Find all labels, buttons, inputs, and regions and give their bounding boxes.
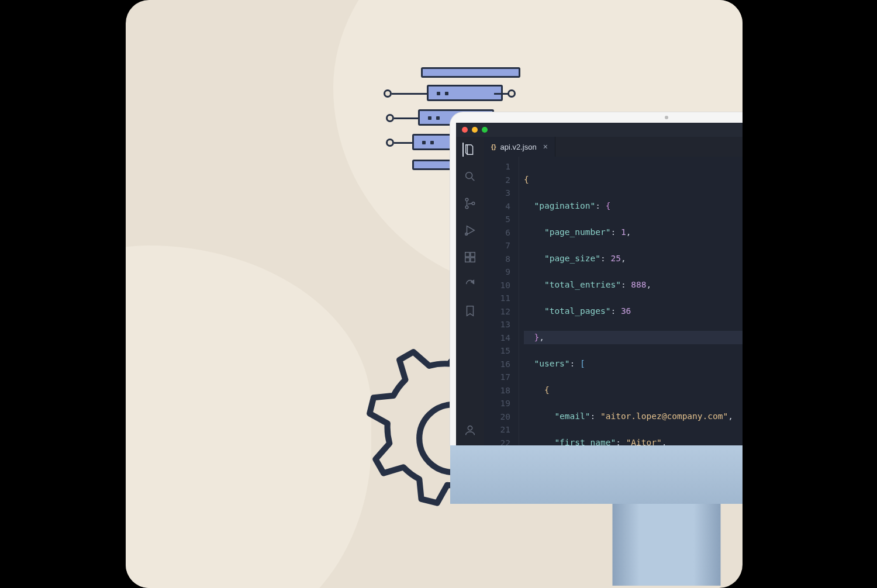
svg-point-1 xyxy=(466,172,472,179)
svg-point-10 xyxy=(468,426,472,430)
tab-filename: api.v2.json xyxy=(500,143,537,151)
svg-point-5 xyxy=(465,233,468,236)
window-titlebar: api.v2.json xyxy=(456,123,743,137)
svg-rect-7 xyxy=(471,253,475,257)
extensions-icon[interactable] xyxy=(463,250,477,264)
illustration-card: api.v2.json xyxy=(126,0,743,588)
window-close-button[interactable] xyxy=(462,127,468,133)
tab-api-v2-json[interactable]: {} api.v2.json × xyxy=(484,137,555,157)
search-icon[interactable] xyxy=(463,170,477,184)
source-control-icon[interactable] xyxy=(463,196,477,210)
camera-dot xyxy=(665,116,668,119)
account-icon[interactable] xyxy=(463,423,477,437)
window-zoom-button[interactable] xyxy=(482,127,488,133)
line-number-gutter: 123456789101112131415161718192021222324 xyxy=(484,157,519,445)
svg-point-3 xyxy=(465,206,468,209)
svg-point-2 xyxy=(465,198,468,201)
imac-monitor: api.v2.json xyxy=(450,112,743,580)
bookmark-icon[interactable] xyxy=(463,304,477,318)
svg-rect-9 xyxy=(471,258,475,262)
run-debug-icon[interactable] xyxy=(463,223,477,237)
editor-area: {} api.v2.json × 12345678910111213141516… xyxy=(484,137,743,445)
screen: api.v2.json xyxy=(456,123,743,445)
code-content[interactable]: { "pagination": { "page_number": 1, "pag… xyxy=(519,157,743,445)
imac-chin xyxy=(450,445,743,504)
svg-point-4 xyxy=(472,202,475,205)
svg-rect-6 xyxy=(465,253,469,257)
json-file-icon: {} xyxy=(491,143,496,150)
svg-rect-8 xyxy=(465,258,469,262)
editor-tabs: {} api.v2.json × xyxy=(484,137,743,157)
live-share-icon[interactable] xyxy=(463,277,477,291)
activity-bar xyxy=(456,137,484,445)
explorer-icon[interactable] xyxy=(462,143,477,157)
window-minimize-button[interactable] xyxy=(472,127,478,133)
bg-blob-2 xyxy=(126,245,371,588)
code-editor[interactable]: 123456789101112131415161718192021222324 … xyxy=(484,157,743,445)
imac-stand xyxy=(613,504,721,586)
tab-close-icon[interactable]: × xyxy=(543,142,548,151)
